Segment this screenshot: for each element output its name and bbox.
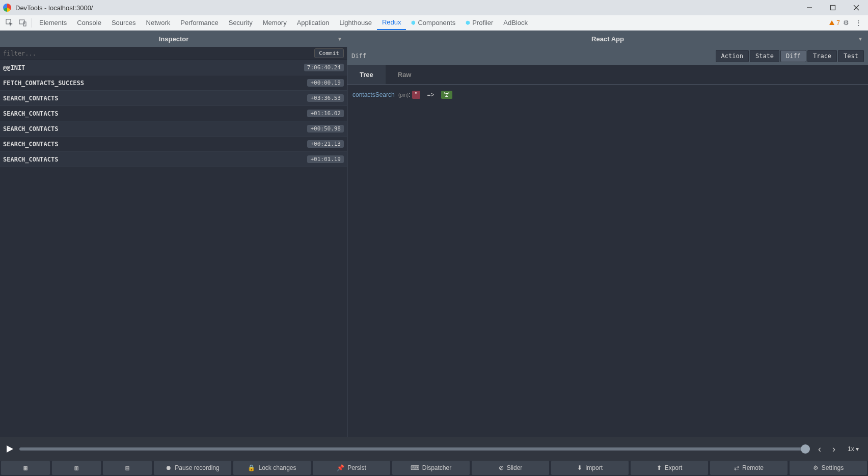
bottom-button-import[interactable]: ⬇Import [551, 461, 629, 475]
bottom-button-persist[interactable]: 📌Persist [313, 461, 390, 475]
action-name: SEARCH_CONTACTS [3, 110, 307, 117]
window-title: DevTools - localhost:3000/ [15, 4, 798, 12]
tab-label: Application [297, 19, 330, 27]
tab-label: AdBlock [503, 19, 528, 27]
button-label: Settings [822, 464, 844, 471]
play-button[interactable] [5, 444, 14, 454]
devtools-tab-profiler[interactable]: ⬢Profiler [460, 16, 498, 30]
action-row[interactable]: SEARCH_CONTACTS+03:36.53 [0, 91, 347, 106]
diff-tabs: TreeRaw [347, 65, 868, 85]
maximize-button[interactable] [821, 0, 845, 15]
action-log-panel: Commit @@INIT7:06:40.24FETCH_CONTACTS_SU… [0, 47, 347, 437]
device-toggle-icon[interactable] [18, 18, 28, 28]
bottom-button-export[interactable]: ⬆Export [631, 461, 708, 475]
action-time: +00:50.98 [307, 125, 344, 133]
devtools-tab-memory[interactable]: Memory [258, 16, 292, 30]
tab-label: Profiler [472, 19, 493, 27]
window-titlebar: DevTools - localhost:3000/ [0, 0, 868, 15]
view-button-action[interactable]: Action [716, 50, 749, 62]
chevron-down-icon[interactable]: ▼ [858, 36, 863, 42]
devtools-tab-redux[interactable]: Redux [377, 16, 406, 30]
action-list: @@INIT7:06:40.24FETCH_CONTACTS_SUCCESS+0… [0, 60, 347, 437]
tab-label: Console [77, 19, 101, 27]
inspect-element-icon[interactable] [5, 18, 14, 28]
layout-button-1[interactable]: ▦ [1, 461, 50, 475]
diff-content: contactsSearch (pin): '' => 'z' [347, 85, 868, 437]
action-time: +03:36.53 [307, 94, 344, 102]
pause-recording-icon: ⏺ [166, 464, 172, 471]
action-name: SEARCH_CONTACTS [3, 125, 307, 133]
tab-label: Performance [180, 19, 218, 27]
devtools-tab-network[interactable]: Network [141, 16, 176, 30]
bottom-button-slider[interactable]: ⊘Slider [472, 461, 549, 475]
devtools-tab-elements[interactable]: Elements [34, 16, 72, 30]
pin-label[interactable]: (pin) [398, 92, 409, 98]
devtools-tab-application[interactable]: Application [292, 16, 335, 30]
action-time: +01:01.19 [307, 155, 344, 163]
button-label: Import [585, 464, 603, 471]
action-row[interactable]: SEARCH_CONTACTS+00:50.98 [0, 121, 347, 137]
diff-new-value: 'z' [441, 91, 453, 99]
bottom-button-remote[interactable]: ⇄Remote [710, 461, 788, 475]
import-icon: ⬇ [577, 464, 582, 471]
divider [32, 18, 32, 28]
step-back-button[interactable]: ‹ [815, 444, 824, 455]
timeline-handle[interactable] [801, 444, 810, 454]
tab-label: Memory [263, 19, 287, 27]
devtools-tab-lighthouse[interactable]: Lighthouse [334, 16, 377, 30]
slider-icon: ⊘ [499, 464, 504, 471]
bottom-toolbar: ▦ ▥ ▤ ⏺Pause recording🔒Lock changes📌Pers… [0, 461, 868, 476]
close-button[interactable] [845, 0, 868, 15]
tab-label: Elements [39, 19, 67, 27]
devtools-tabbar: ElementsConsoleSourcesNetworkPerformance… [0, 15, 868, 31]
devtools-tab-performance[interactable]: Performance [175, 16, 223, 30]
devtools-tab-adblock[interactable]: AdBlock [498, 16, 533, 30]
view-button-diff[interactable]: Diff [780, 50, 806, 62]
tab-label: Lighthouse [339, 19, 372, 27]
react-icon: ⬢ [411, 20, 416, 25]
warnings-count: 7 [836, 19, 840, 27]
action-row[interactable]: SEARCH_CONTACTS+00:21.13 [0, 137, 347, 152]
view-button-state[interactable]: State [750, 50, 779, 62]
diff-old-value: '' [412, 91, 421, 99]
action-row[interactable]: SEARCH_CONTACTS+01:01.19 [0, 152, 347, 167]
bottom-button-pause-recording[interactable]: ⏺Pause recording [154, 461, 231, 475]
step-forward-button[interactable]: › [829, 444, 838, 455]
bottom-button-settings[interactable]: ⚙Settings [790, 461, 867, 475]
action-time: +00:00.19 [307, 79, 344, 87]
bottom-button-dispatcher[interactable]: ⌨Dispatcher [392, 461, 470, 475]
button-label: Dispatcher [422, 464, 451, 471]
persist-icon: 📌 [337, 464, 344, 471]
action-time: +00:21.13 [307, 140, 344, 148]
action-row[interactable]: FETCH_CONTACTS_SUCCESS+00:00.19 [0, 75, 347, 91]
speed-selector[interactable]: 1x ▾ [844, 445, 863, 453]
more-icon[interactable]: ⋮ [855, 19, 862, 27]
view-button-test[interactable]: Test [838, 50, 864, 62]
bottom-button-lock-changes[interactable]: 🔒Lock changes [233, 461, 311, 475]
action-row[interactable]: SEARCH_CONTACTS+01:16.02 [0, 106, 347, 121]
devtools-tab-sources[interactable]: Sources [106, 16, 141, 30]
settings-icon[interactable]: ⚙ [843, 19, 849, 27]
button-label: Export [665, 464, 683, 471]
view-button-trace[interactable]: Trace [807, 50, 837, 62]
commit-button[interactable]: Commit [314, 48, 344, 58]
devtools-tab-security[interactable]: Security [224, 16, 258, 30]
diff-tab-tree[interactable]: Tree [347, 65, 386, 84]
action-row[interactable]: @@INIT7:06:40.24 [0, 60, 347, 75]
action-name: FETCH_CONTACTS_SUCCESS [3, 80, 307, 87]
action-time: +01:16.02 [307, 110, 344, 117]
minimize-button[interactable] [798, 0, 821, 15]
chevron-down-icon[interactable]: ▼ [337, 36, 342, 42]
devtools-tab-components[interactable]: ⬢Components [406, 16, 460, 30]
filter-input[interactable] [0, 50, 314, 57]
layout-button-2[interactable]: ▥ [52, 461, 101, 475]
action-time: 7:06:40.24 [304, 64, 344, 71]
devtools-tab-console[interactable]: Console [72, 16, 106, 30]
layout-button-3[interactable]: ▤ [103, 461, 152, 475]
timeline: ‹ › 1x ▾ [0, 437, 868, 461]
tab-label: Sources [112, 19, 136, 27]
react-icon: ⬢ [466, 20, 470, 25]
diff-tab-raw[interactable]: Raw [386, 65, 424, 84]
timeline-track[interactable] [19, 447, 810, 451]
warnings-indicator[interactable]: 7 [829, 19, 840, 27]
